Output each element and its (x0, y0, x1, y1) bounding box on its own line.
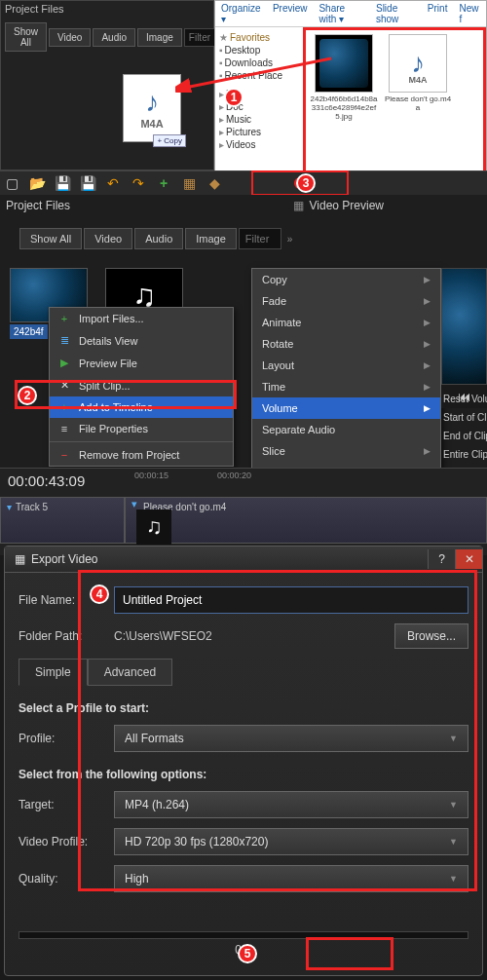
menu-rotate[interactable]: Rotate▶ (252, 333, 440, 355)
undo-icon[interactable]: ↶ (105, 175, 121, 191)
menu-remove-from-project[interactable]: −Remove from Project (50, 444, 233, 466)
profile-label: Profile: (19, 732, 106, 745)
tab-show-all[interactable]: Show All (5, 22, 47, 52)
film-icon[interactable]: ▦ (181, 175, 197, 191)
step-badge-4: 4 (90, 584, 109, 604)
save-icon[interactable]: 💾 (55, 175, 70, 191)
submenu-start-of-clip[interactable]: Start of Clip (441, 408, 487, 427)
export-titlebar: ▦Export Video ? ✕ (5, 547, 482, 573)
file-browser: Organize ▾ Preview Share with ▾ Slide sh… (214, 0, 487, 170)
profile-select[interactable]: All Formats▼ (114, 725, 468, 752)
export-dialog: ▦Export Video ? ✕ File Name: Folder Path… (4, 546, 483, 976)
tree-pictures: ▸Pictures (217, 126, 301, 138)
file-m4a-caption: Please don't go.m4a (384, 95, 452, 113)
open-icon[interactable]: 📂 (29, 175, 45, 191)
step-badge-1: 1 (224, 88, 244, 107)
menu-import-files[interactable]: +Import Files... (50, 308, 233, 329)
audio-clip[interactable]: ▾ Please don't go.m4 (125, 497, 487, 544)
project-tabs-mid: Show All Video Audio Image » (0, 216, 487, 255)
menu-volume[interactable]: Volume▶ (252, 397, 440, 419)
project-files-label: Project Files (6, 199, 70, 212)
target-select[interactable]: MP4 (h.264)▼ (114, 791, 468, 818)
project-tabs-top: Show All Video Audio Image (1, 17, 213, 57)
submenu-entire-clip[interactable]: Entire Clip (441, 445, 487, 464)
favorites-node: ★Favorites (217, 31, 301, 44)
submenu-reset-volume[interactable]: Reset Volum (441, 390, 487, 408)
newfolder-menu[interactable]: New f (459, 3, 480, 24)
m4a-label: M4A (140, 118, 163, 130)
slideshow-menu[interactable]: Slide show (376, 3, 416, 24)
file-jpg[interactable]: 242b4f66b6d14b8a331c6e4289f4e2ef5.jpg (310, 34, 378, 171)
menu-details-view[interactable]: ≣Details View (50, 329, 233, 352)
chevron-down-icon: ▼ (449, 837, 458, 847)
menu-separate-audio[interactable]: Separate Audio (252, 419, 440, 440)
preview-canvas (441, 268, 487, 385)
print-menu[interactable]: Print (428, 3, 448, 24)
filter-input-mid[interactable] (239, 228, 281, 249)
volume-submenu: Reset Volum Start of Clip End of Clip En… (441, 390, 487, 464)
menu-add-to-timeline[interactable]: +Add to Timeline (50, 396, 233, 418)
close-button[interactable]: ✕ (455, 549, 482, 569)
chevron-down-icon: ▼ (449, 874, 458, 884)
tab-audio[interactable]: Audio (134, 228, 183, 249)
timeline-ruler: 00:00:15 00:00:20 (127, 469, 259, 482)
filename-input[interactable] (114, 586, 468, 614)
tab-show-all[interactable]: Show All (19, 228, 82, 249)
file-browser-toolbar: Organize ▾ Preview Share with ▾ Slide sh… (215, 1, 486, 27)
menu-fade[interactable]: Fade▶ (252, 290, 440, 312)
tree-desktop: ▪Desktop (217, 44, 301, 57)
context-menu-file: +Import Files... ≣Details View ▶Preview … (49, 307, 234, 467)
tab-video[interactable]: Video (84, 228, 132, 249)
track-header[interactable]: ▾Track 5 (0, 497, 125, 544)
folder-path: C:\Users\WFSEO2 (114, 629, 387, 643)
menu-preview-file[interactable]: ▶Preview File (50, 352, 233, 374)
marker-icon[interactable]: ◆ (206, 175, 222, 191)
tab-image[interactable]: Image (137, 28, 182, 47)
video-profile-select[interactable]: HD 720p 30 fps (1280x720)▼ (114, 828, 468, 855)
submenu-end-of-clip[interactable]: End of Clip (441, 427, 487, 445)
save-as-icon[interactable]: 💾 (80, 175, 95, 191)
tab-advanced[interactable]: Advanced (88, 659, 172, 686)
chevron-down-icon: ▼ (449, 734, 458, 743)
tab-image[interactable]: Image (185, 228, 237, 249)
tab-audio[interactable]: Audio (93, 28, 135, 47)
music-note-icon: ♪ (145, 87, 159, 118)
menu-slice[interactable]: Slice▶ (252, 440, 440, 462)
step-badge-5: 5 (238, 944, 257, 963)
new-icon[interactable]: ▢ (4, 175, 19, 191)
tab-simple[interactable]: Simple (19, 659, 88, 686)
timeline: 00:00:15 00:00:20 00:00:43:09 ▾Track 5 ▾… (0, 468, 487, 555)
help-button[interactable]: ? (428, 549, 455, 569)
organize-menu[interactable]: Organize ▾ (221, 3, 261, 24)
copy-badge: + Copy (153, 134, 186, 147)
video-preview-panel: ⏮ (441, 268, 487, 408)
menu-time[interactable]: Time▶ (252, 376, 440, 397)
tab-video[interactable]: Video (49, 28, 91, 47)
tree-music: ▸Music (217, 113, 301, 126)
chevron-down-icon: ▼ (449, 800, 458, 810)
target-label: Target: (19, 798, 106, 811)
tree-downloads: ▪Downloads (217, 57, 301, 69)
share-menu[interactable]: Share with ▾ (318, 3, 364, 24)
menu-layout[interactable]: Layout▶ (252, 355, 440, 376)
menu-file-properties[interactable]: ≡File Properties (50, 418, 233, 439)
grid-icon[interactable]: ▦ (293, 199, 304, 212)
video-preview-label: Video Preview (310, 199, 385, 212)
m4a-file-thumb[interactable]: ♪ M4A + Copy (123, 74, 181, 142)
preview-menu[interactable]: Preview (273, 3, 308, 24)
browse-button[interactable]: Browse... (394, 623, 468, 649)
profile-section-label: Select a Profile to start: (19, 701, 468, 715)
file-thumbs: 242b4f66b6d14b8a331c6e4289f4e2ef5.jpg ♪M… (303, 27, 486, 178)
menu-animate[interactable]: Animate▶ (252, 312, 440, 333)
export-title: Export Video (31, 552, 98, 566)
quality-select[interactable]: High▼ (114, 865, 468, 892)
menu-copy[interactable]: Copy▶ (252, 269, 440, 290)
redo-icon[interactable]: ↷ (131, 175, 146, 191)
file-jpg-caption: 242b4f66b6d14b8a331c6e4289f4e2ef5.jpg (310, 95, 378, 121)
options-section-label: Select from the following options: (19, 768, 468, 781)
menu-split-clip[interactable]: ✕Split Clip... (50, 374, 233, 396)
expand-icon[interactable]: » (283, 234, 297, 245)
file-m4a[interactable]: ♪M4A Please don't go.m4a (384, 34, 452, 171)
tree-videos: ▸Videos (217, 138, 301, 151)
add-icon[interactable]: + (156, 175, 171, 191)
